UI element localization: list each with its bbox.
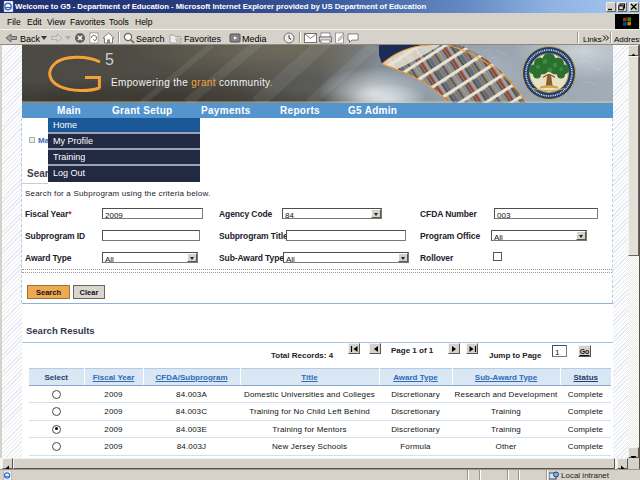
svg-text:5: 5 [105,51,114,68]
svg-text:Empowering the grant community: Empowering the grant community. [111,77,273,88]
